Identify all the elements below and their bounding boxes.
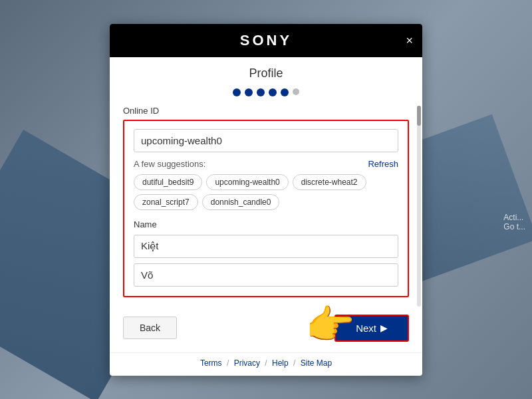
next-area: 👉 Next ▶ (334, 315, 409, 342)
site-map-link[interactable]: Site Map (301, 358, 332, 368)
form-section: A few suggestions: Refresh dutiful_bedsi… (123, 120, 409, 297)
first-name-input[interactable] (134, 235, 398, 258)
next-arrow-icon: ▶ (380, 323, 388, 333)
modal-title: Profile (110, 57, 422, 83)
suggestions-label: A few suggestions: (134, 159, 205, 169)
chip-discrete-wheat2[interactable]: discrete-wheat2 (293, 174, 366, 190)
separator-3: / (293, 358, 295, 368)
modal-wrapper: SONY × Profile Online ID A few suggestio… (0, 0, 532, 399)
suggestion-chips: dutiful_bedsit9 upcoming-wealth0 discret… (134, 174, 398, 210)
modal-body: Online ID A few suggestions: Refresh dut… (110, 106, 422, 307)
progress-dot-2 (245, 88, 253, 96)
modal-footer: Back 👉 Next ▶ (110, 307, 422, 352)
progress-dot-4 (269, 88, 277, 96)
modal-header: SONY × (110, 24, 422, 57)
chip-dutiful-bedsit9[interactable]: dutiful_bedsit9 (134, 174, 202, 190)
chip-zonal-script7[interactable]: zonal_script7 (134, 194, 198, 210)
progress-dot-1 (233, 88, 241, 96)
scrollbar-thumb[interactable] (417, 106, 421, 126)
last-name-input[interactable] (134, 263, 398, 287)
footer-links: Terms / Privacy / Help / Site Map (110, 352, 422, 376)
modal-dialog: SONY × Profile Online ID A few suggestio… (110, 24, 422, 376)
privacy-link[interactable]: Privacy (234, 358, 260, 368)
sony-logo: SONY (240, 32, 292, 49)
online-id-label: Online ID (123, 106, 409, 116)
close-button[interactable]: × (406, 35, 413, 47)
chip-upcoming-wealth0[interactable]: upcoming-wealth0 (206, 174, 288, 190)
name-label: Name (134, 219, 398, 229)
progress-dot-3 (257, 88, 265, 96)
next-label: Next (356, 323, 376, 334)
refresh-button[interactable]: Refresh (368, 159, 398, 169)
separator-1: / (227, 358, 229, 368)
help-link[interactable]: Help (272, 358, 289, 368)
scrollbar-track (417, 106, 421, 307)
back-button[interactable]: Back (123, 317, 177, 339)
progress-dot-6 (293, 88, 299, 95)
progress-dot-5 (281, 88, 289, 96)
suggestions-header: A few suggestions: Refresh (134, 159, 398, 169)
progress-indicator (110, 83, 422, 106)
separator-2: / (265, 358, 267, 368)
chip-donnish-candle0[interactable]: donnish_candle0 (202, 194, 280, 210)
next-button[interactable]: Next ▶ (334, 315, 409, 342)
terms-link[interactable]: Terms (200, 358, 222, 368)
online-id-input[interactable] (134, 129, 398, 152)
